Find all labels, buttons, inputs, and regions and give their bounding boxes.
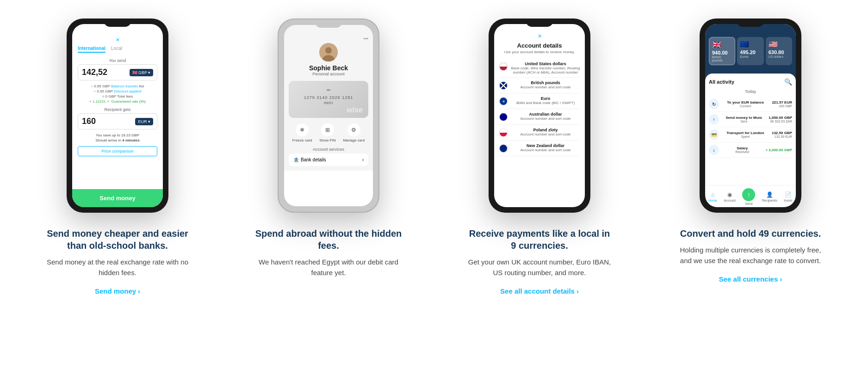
transaction-1[interactable]: ↻ To your EUR balance Convert 221.57 EUR… — [709, 97, 792, 112]
transaction-4[interactable]: ↓ Salary Received + 2,000.00 GBP — [709, 142, 792, 158]
account-details-title: Account details — [499, 42, 580, 49]
phone-mockup-3: ✕ Account details Use your account detai… — [489, 18, 590, 213]
currency-from-label: GBP — [138, 70, 147, 75]
price-comparison-btn[interactable]: Price comparison — [78, 146, 157, 156]
wise-logo-card: wise — [347, 106, 363, 114]
arrival-text: Should arrive in 4 minutes — [78, 138, 157, 142]
send-money-heading: Send money cheaper and easier than old-s… — [43, 227, 192, 252]
total-fees-row: = 0 GBP Total fees — [78, 94, 157, 98]
feature-convert-hold: 🇬🇧 940.00 British pounds 🇪🇺 495.20 Euros — [651, 18, 850, 295]
usd-flag: 🇺🇸 — [769, 40, 789, 49]
spend-abroad-heading: Spend abroad without the hidden fees. — [254, 227, 403, 252]
phone-notch-4 — [737, 18, 764, 27]
home-icon: ⌂ — [711, 191, 714, 198]
send-amount: 142,52 — [82, 68, 107, 77]
tab-international[interactable]: International — [78, 46, 105, 53]
bank-details-chevron: › — [362, 157, 364, 162]
freeze-icon: ❄ — [296, 123, 309, 136]
phone-notch-2 — [315, 19, 342, 28]
avatar — [319, 43, 338, 61]
nav-invoice[interactable]: 📄 Invoic — [784, 191, 792, 202]
card-actions: ❄ Freeze card ⊞ Show PIN ⚙ Manage card — [289, 123, 368, 142]
transaction-3[interactable]: 💳 Transport for London Spent 132.50 GBP … — [709, 127, 792, 142]
recipients-icon: 👤 — [766, 191, 773, 198]
freeze-card-action[interactable]: ❄ Freeze card — [292, 123, 312, 142]
phone-outer-1: ✕ International Local You send 142,52 🇬🇧… — [67, 18, 168, 213]
card-icon: 💳 — [709, 129, 719, 140]
phone-outer-4: 🇬🇧 940.00 British pounds 🇪🇺 495.20 Euros — [700, 18, 801, 213]
phone-screen-1: ✕ International Local You send 142,52 🇬🇧… — [72, 24, 163, 207]
spend-abroad-desc: We haven't reached Egypt with our debit … — [254, 257, 403, 278]
currencies-link[interactable]: See all currencies › — [719, 275, 782, 283]
screen4-activity: All activity 🔍 Today ↻ To your EUR balan… — [705, 74, 796, 185]
tab-local[interactable]: Local — [111, 46, 122, 53]
card-expiry: 09/21 — [294, 101, 363, 105]
recipient-box: 160 EUR ▾ — [78, 113, 157, 129]
svg-point-1 — [325, 47, 332, 54]
rate-row: × 1.12221 ✓ Guaranteed rate (9h) — [78, 99, 157, 104]
transaction-2[interactable]: ↑ Send money to Mum Sent 1,000.00 GBP 80… — [709, 112, 792, 127]
savings-text: You save up to 19.23 GBP — [78, 133, 157, 137]
bottom-nav: ⌂ Home ◉ Account ↑ Send — [705, 185, 796, 207]
screen2-profile: Sophie Beck Personal account — [289, 43, 368, 76]
currency-item-nzd[interactable]: New Zealand dollar Account number and so… — [499, 141, 580, 156]
screen2-content: ••• Sophie Beck Personal — [284, 25, 373, 171]
bank-details-label: 🏦 Bank details — [293, 157, 326, 162]
nav-recipients[interactable]: 👤 Recipients — [762, 191, 777, 202]
bank-details-row[interactable]: 🏦 Bank details › — [289, 154, 368, 166]
invoice-icon: 📄 — [785, 191, 792, 198]
activity-header: All activity 🔍 — [709, 78, 792, 86]
usd-card[interactable]: 🇺🇸 630.80 US dollars — [766, 37, 792, 65]
screen2-menu-icon: ••• — [363, 36, 368, 41]
search-icon[interactable]: 🔍 — [784, 78, 792, 86]
gbp-content: British pounds Account number and sort c… — [511, 80, 580, 89]
screen1-tabs: International Local — [78, 46, 157, 53]
phone-screen-2: ••• Sophie Beck Personal — [284, 25, 373, 206]
currency-to-btn[interactable]: EUR ▾ — [135, 118, 153, 125]
gbp-flag: 🇬🇧 — [712, 40, 732, 49]
phone-screen-3: ✕ Account details Use your account detai… — [494, 24, 585, 207]
card-number: 1279 3140 2026 1281 — [294, 95, 363, 100]
usd-content: United States dollars Bank code, Wire tr… — [511, 61, 580, 74]
receive-payments-heading: Receive payments like a local in 9 curre… — [465, 227, 614, 252]
nzd-content: New Zealand dollar Account number and so… — [511, 143, 580, 152]
send-money-desc: Send money at the real exchange rate wit… — [43, 257, 192, 278]
gbp-card[interactable]: 🇬🇧 940.00 British pounds — [709, 37, 735, 65]
rate-label: ✓ Guaranteed rate (9h) — [107, 99, 146, 104]
services-label: Account services — [289, 147, 368, 152]
nav-send[interactable]: ↑ Send — [742, 188, 755, 205]
currency-item-pln[interactable]: Poland zloty Account number and sort cod… — [499, 125, 580, 141]
show-pin-action[interactable]: ⊞ Show PIN — [319, 123, 336, 142]
account-icon: ◉ — [727, 191, 732, 198]
manage-icon: ⚙ — [347, 123, 360, 136]
currency-to-chevron: ▾ — [148, 119, 150, 124]
send-nav-btn[interactable]: ↑ — [742, 188, 755, 201]
currency-from-btn[interactable]: 🇬🇧 GBP ▾ — [130, 69, 153, 76]
phone-screen-4: 🇬🇧 940.00 British pounds 🇪🇺 495.20 Euros — [705, 24, 796, 207]
currency-item-eur[interactable]: ★ Euro IBAN and Bank code (BIC / SWIFT) — [499, 93, 580, 109]
feature-send-money: ✕ International Local You send 142,52 🇬🇧… — [18, 18, 217, 295]
account-details-link[interactable]: See all account details › — [500, 287, 579, 295]
account-details-arrow: › — [577, 287, 579, 295]
currency-item-gbp[interactable]: British pounds Account number and sort c… — [499, 78, 580, 93]
phone-notch-3 — [526, 18, 553, 27]
send-money-arrow: › — [138, 287, 140, 295]
currency-item-usd[interactable]: United States dollars Bank code, Wire tr… — [499, 59, 580, 78]
send-icon: ↑ — [709, 114, 719, 124]
screen3-content: ✕ Account details Use your account detai… — [494, 24, 585, 161]
manage-card-action[interactable]: ⚙ Manage card — [343, 123, 365, 142]
send-money-btn[interactable]: Send money — [72, 189, 163, 207]
recipient-label: Recipient gets — [78, 107, 157, 112]
screen1-close: ✕ — [78, 37, 157, 43]
eur-card[interactable]: 🇪🇺 495.20 Euros — [737, 37, 763, 65]
nav-home[interactable]: ⌂ Home — [708, 191, 717, 202]
currency-item-aud[interactable]: Australian dollar Account number and sor… — [499, 109, 580, 125]
currency-from-chevron: ▾ — [148, 70, 150, 75]
nav-account[interactable]: ◉ Account — [724, 191, 736, 202]
send-money-link[interactable]: Send money › — [95, 287, 140, 295]
feature-receive-payments: ✕ Account details Use your account detai… — [440, 18, 639, 295]
you-send-label: You send — [78, 58, 157, 63]
phone-mockup-2: ••• Sophie Beck Personal — [278, 18, 379, 213]
screen3-close: ✕ — [499, 33, 580, 39]
profile-name: Sophie Beck — [309, 64, 348, 72]
